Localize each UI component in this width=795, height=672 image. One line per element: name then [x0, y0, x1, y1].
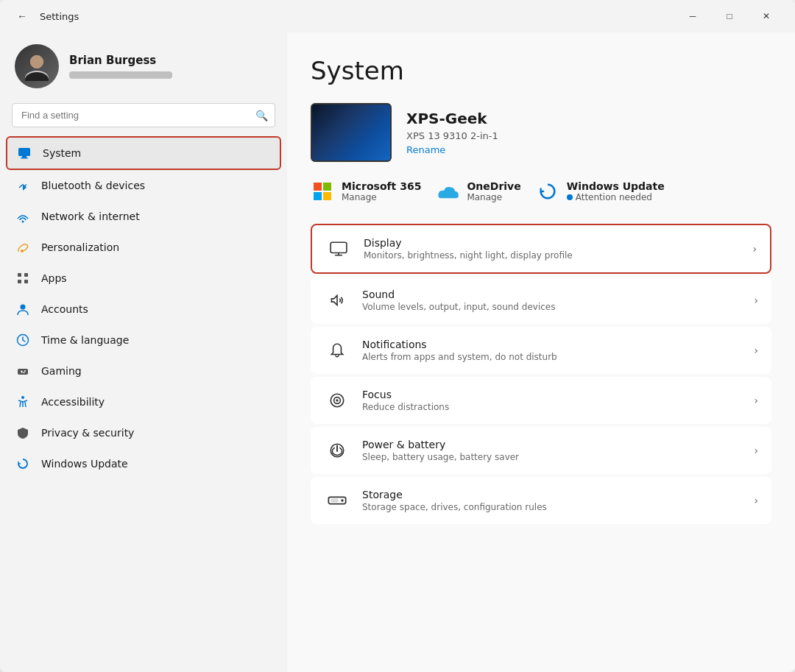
notifications-chevron: › — [754, 344, 758, 356]
ms365-icon — [311, 180, 334, 203]
device-model: XPS 13 9310 2-in-1 — [406, 130, 498, 141]
sound-title: Sound — [362, 289, 754, 300]
svg-point-18 — [21, 396, 24, 399]
storage-chevron: › — [754, 495, 758, 506]
settings-window: ← Settings ─ □ ✕ — [0, 0, 795, 672]
svg-point-13 — [21, 305, 26, 310]
sidebar-item-accessibility[interactable]: Accessibility — [6, 386, 281, 417]
sound-icon — [324, 287, 350, 314]
sidebar-item-bluetooth[interactable]: Bluetooth & devices — [6, 170, 281, 201]
svg-point-22 — [336, 399, 338, 401]
network-icon — [15, 208, 31, 224]
settings-list: Display Monitors, brightness, night ligh… — [311, 224, 771, 524]
sidebar-label-privacy: Privacy & security — [41, 427, 134, 439]
service-winupdate[interactable]: Windows Update Attention needed — [536, 180, 665, 203]
close-button[interactable]: ✕ — [749, 4, 783, 28]
settings-item-display[interactable]: Display Monitors, brightness, night ligh… — [311, 224, 771, 274]
notifications-text: Notifications Alerts from apps and syste… — [362, 339, 754, 362]
sidebar-item-privacy[interactable]: Privacy & security — [6, 417, 281, 448]
nav-list: System Bluetooth & devices — [0, 133, 287, 482]
ms365-text: Microsoft 365 Manage — [342, 180, 421, 202]
svg-rect-6 — [21, 158, 28, 159]
minimize-button[interactable]: ─ — [676, 4, 710, 28]
device-rename-link[interactable]: Rename — [406, 144, 498, 155]
update-icon — [15, 456, 31, 472]
content-area: Brian Burgess 🔍 — [0, 32, 795, 672]
focus-text: Focus Reduce distractions — [362, 389, 754, 412]
user-email-bar — [69, 71, 172, 79]
avatar — [15, 44, 59, 88]
back-button[interactable]: ← — [12, 6, 32, 26]
power-desc: Sleep, battery usage, battery saver — [362, 452, 754, 462]
settings-item-notifications[interactable]: Notifications Alerts from apps and syste… — [311, 327, 771, 374]
notifications-title: Notifications — [362, 339, 754, 350]
svg-point-3 — [30, 55, 43, 68]
sidebar-label-time: Time & language — [41, 334, 129, 346]
power-text: Power & battery Sleep, battery usage, ba… — [362, 439, 754, 462]
settings-item-focus[interactable]: Focus Reduce distractions › — [311, 377, 771, 424]
sidebar-item-network[interactable]: Network & internet — [6, 201, 281, 232]
svg-point-25 — [341, 499, 344, 502]
gaming-icon — [15, 363, 31, 379]
power-icon — [324, 437, 350, 464]
display-desc: Monitors, brightness, night light, displ… — [364, 250, 752, 261]
storage-desc: Storage space, drives, configuration rul… — [362, 502, 754, 512]
accessibility-icon — [15, 394, 31, 410]
svg-point-8 — [21, 250, 24, 252]
service-onedrive[interactable]: OneDrive Manage — [436, 180, 520, 203]
avatar-image — [15, 44, 59, 88]
sidebar-item-system[interactable]: System — [6, 136, 281, 170]
main-content: System XPS-Geek XPS 13 9310 2-in-1 Renam… — [287, 32, 795, 672]
focus-title: Focus — [362, 389, 754, 400]
user-section[interactable]: Brian Burgess — [0, 32, 287, 103]
sidebar-label-apps: Apps — [41, 272, 67, 284]
display-chevron: › — [752, 243, 757, 255]
storage-text: Storage Storage space, drives, configura… — [362, 489, 754, 512]
search-box: 🔍 — [12, 103, 275, 127]
sidebar-item-apps[interactable]: Apps — [6, 263, 281, 294]
winupdate-name: Windows Update — [567, 180, 665, 192]
focus-icon — [324, 387, 350, 414]
sidebar-item-update[interactable]: Windows Update — [6, 448, 281, 479]
focus-desc: Reduce distractions — [362, 402, 754, 412]
settings-item-storage[interactable]: Storage Storage space, drives, configura… — [311, 477, 771, 524]
svg-rect-5 — [22, 156, 26, 158]
services-row: Microsoft 365 Manage OneDrive Manage — [311, 180, 771, 203]
bluetooth-icon — [15, 177, 31, 194]
svg-point-16 — [24, 370, 26, 372]
sidebar-item-gaming[interactable]: Gaming — [6, 356, 281, 386]
sound-chevron: › — [754, 294, 758, 306]
window-controls: ─ □ ✕ — [676, 4, 783, 28]
onedrive-name: OneDrive — [467, 180, 520, 192]
svg-point-7 — [22, 221, 24, 223]
titlebar-left: ← Settings — [12, 6, 79, 26]
onedrive-action: Manage — [467, 192, 520, 202]
settings-item-sound[interactable]: Sound Volume levels, output, input, soun… — [311, 277, 771, 324]
svg-rect-9 — [18, 273, 21, 277]
monitor-icon — [16, 145, 32, 161]
svg-rect-12 — [24, 280, 28, 283]
sidebar-label-network: Network & internet — [41, 211, 140, 222]
sidebar-label-accessibility: Accessibility — [41, 396, 105, 408]
sidebar-item-personalization[interactable]: Personalization — [6, 232, 281, 263]
svg-rect-10 — [24, 273, 28, 277]
paint-icon — [15, 239, 31, 255]
titlebar-title: Settings — [40, 11, 79, 22]
winupdate-icon — [536, 180, 559, 203]
search-input[interactable] — [12, 103, 275, 127]
service-ms365[interactable]: Microsoft 365 Manage — [311, 180, 421, 203]
winupdate-text: Windows Update Attention needed — [567, 180, 665, 202]
display-text: Display Monitors, brightness, night ligh… — [364, 237, 752, 261]
sound-desc: Volume levels, output, input, sound devi… — [362, 302, 754, 312]
sidebar-item-time[interactable]: Time & language — [6, 325, 281, 356]
svg-rect-11 — [18, 280, 21, 283]
accounts-icon — [15, 301, 31, 317]
focus-chevron: › — [754, 395, 758, 406]
maximize-button[interactable]: □ — [713, 4, 746, 28]
sidebar-item-accounts[interactable]: Accounts — [6, 294, 281, 325]
titlebar: ← Settings ─ □ ✕ — [0, 0, 795, 32]
search-icon: 🔍 — [255, 110, 268, 121]
settings-item-power[interactable]: Power & battery Sleep, battery usage, ba… — [311, 427, 771, 474]
storage-title: Storage — [362, 489, 754, 501]
display-title: Display — [364, 237, 752, 249]
